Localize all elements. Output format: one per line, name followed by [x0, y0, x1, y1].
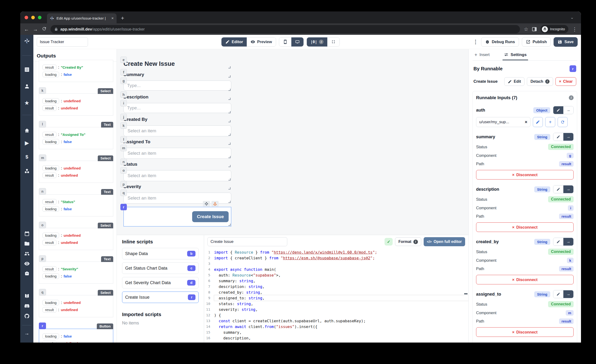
inline-script-item[interactable]: Get Status Chart Datac	[122, 262, 199, 274]
code-line[interactable]: 17 status	[204, 341, 469, 342]
output-values-box[interactable]: result:"Created By"loading:false	[39, 60, 113, 82]
output-values-box[interactable]: loading:undefinedresult:undefined	[39, 93, 113, 116]
resize-handle[interactable]	[228, 187, 231, 190]
component-id-tag[interactable]: l	[39, 121, 46, 127]
sidebar-item-favorites-star-icon[interactable]: ★	[20, 100, 33, 106]
app-canvas[interactable]: eCreate New IssuefSummaryghDescriptionij…	[117, 49, 469, 235]
canvas-component-l[interactable]: lAssigned To	[124, 139, 231, 145]
output-key[interactable]: loading	[42, 206, 59, 212]
inline-script-item[interactable]: Get Severity Chart Datad	[122, 277, 199, 289]
resource-picker[interactable]: u/user/my_sup... ×	[476, 117, 530, 127]
canvas-component-j[interactable]: jCreated By	[124, 117, 231, 123]
text-input[interactable]	[124, 103, 231, 113]
sidebar-item-audit-eye-icon[interactable]	[20, 261, 33, 267]
output-values-box[interactable]: loading:undefinedresult:undefined	[39, 228, 113, 250]
output-key[interactable]: loading	[42, 233, 59, 238]
code-line[interactable]: 13 const client = createClient(auth.supa…	[204, 318, 469, 324]
output-key[interactable]: result	[42, 266, 57, 272]
code-line[interactable]: 10 status: string,	[204, 301, 469, 306]
resize-handle[interactable]	[228, 75, 231, 77]
output-key[interactable]: result	[42, 65, 57, 70]
script-name-input[interactable]	[207, 237, 287, 246]
maximize-window-button[interactable]	[38, 16, 41, 19]
output-values-box[interactable]: result:"Status"loading:false	[39, 194, 113, 216]
sidebar-item-variables-dollar-icon[interactable]: $	[20, 154, 33, 160]
component-id-tag[interactable]: h	[120, 91, 127, 98]
canvas-component-o[interactable]: oSelect an item	[124, 170, 231, 181]
sidebar-item-discord-icon[interactable]	[20, 303, 33, 309]
output-key[interactable]: loading	[42, 72, 59, 77]
tab-search-chevron-icon[interactable]: ⌄	[570, 15, 574, 20]
component-id-tag[interactable]: p	[39, 255, 46, 262]
resize-handle[interactable]	[228, 178, 231, 180]
code-line[interactable]: 3	[204, 261, 469, 267]
canvas-component-i[interactable]: i	[124, 103, 231, 114]
resize-handle[interactable]	[228, 201, 231, 203]
component-id-tag[interactable]: n	[39, 188, 46, 195]
clear-resource-x-icon[interactable]: ×	[525, 119, 527, 125]
minimize-window-button[interactable]	[31, 16, 35, 19]
component-id-tag[interactable]: m	[39, 155, 46, 161]
tab-insert[interactable]: + Insert	[474, 49, 490, 60]
move-handle-icon[interactable]	[203, 201, 210, 207]
close-window-button[interactable]	[25, 16, 28, 19]
sidebar-item-groups-users-icon[interactable]	[20, 251, 33, 256]
window-controls[interactable]	[25, 16, 41, 19]
output-values-box[interactable]: result:"Severity"loading:false	[39, 261, 113, 284]
code-line[interactable]: 15 summary,	[204, 329, 469, 335]
forward-icon[interactable]: →	[33, 27, 38, 32]
format-button[interactable]: Format i	[395, 238, 421, 246]
output-key[interactable]: result	[42, 199, 57, 205]
sidebar-item-workspace[interactable]	[20, 67, 33, 73]
sidebar-item-user[interactable]	[20, 83, 33, 89]
canvas-component-f[interactable]: fSummary	[124, 72, 231, 78]
disconnect-button[interactable]: ×Disconnect	[476, 275, 574, 284]
disconnect-button[interactable]: ×Disconnect	[476, 223, 574, 232]
connect-mode-button[interactable]: →	[563, 133, 573, 141]
canvas-component-e[interactable]: eCreate New Issue	[124, 59, 231, 69]
save-button[interactable]: Save	[554, 37, 578, 47]
output-values-box[interactable]: loading:falseresult:undefined	[39, 329, 113, 342]
detach-button[interactable]: Detach i	[527, 77, 553, 86]
code-line[interactable]: 5 auth: Resource<"supabase">,	[204, 272, 469, 278]
code-line[interactable]: 7 description: string,	[204, 284, 469, 290]
resize-handle[interactable]	[228, 156, 231, 158]
static-mode-button[interactable]	[553, 106, 563, 114]
text-input[interactable]	[124, 81, 231, 91]
new-tab-button[interactable]: +	[121, 15, 124, 22]
inline-script-item[interactable]: Create Issuer	[122, 291, 199, 303]
output-key[interactable]: loading	[42, 300, 59, 305]
canvas-component-r[interactable]: rCreate Issue	[124, 207, 231, 226]
resize-handle[interactable]	[228, 120, 231, 122]
connect-mode-button[interactable]: →	[563, 106, 573, 114]
tab-settings[interactable]: Settings	[504, 49, 527, 60]
output-key[interactable]: loading	[42, 273, 59, 279]
sidebar-item-robot-icon[interactable]	[20, 271, 33, 276]
code-line[interactable]: 8 created_by: string,	[204, 290, 469, 295]
sidebar-item-home-icon[interactable]	[20, 128, 33, 134]
component-id-tag[interactable]: l	[120, 136, 127, 142]
resize-handle[interactable]	[228, 98, 231, 100]
resize-handle[interactable]	[228, 165, 231, 167]
component-id-tag[interactable]: k	[39, 87, 46, 94]
add-resource-button[interactable]: +	[545, 117, 555, 127]
connect-mode-button[interactable]: →	[563, 238, 573, 245]
canvas-component-m[interactable]: mSelect an item	[124, 148, 231, 159]
select-input[interactable]: Select an item	[124, 148, 231, 159]
resize-handle[interactable]	[228, 223, 231, 226]
component-id-tag[interactable]: i	[120, 100, 127, 106]
fullscreen-button[interactable]	[327, 37, 339, 46]
button-container[interactable]: Create Issue	[124, 207, 231, 226]
code-line[interactable]: 4export async function main(	[204, 267, 469, 272]
sidebar-item-resources-cubes-icon[interactable]	[20, 168, 33, 174]
anchor-icon[interactable]	[211, 201, 219, 207]
resize-handle[interactable]	[228, 111, 231, 113]
tab-close-icon[interactable]: ×	[111, 16, 114, 21]
component-id-tag[interactable]: q	[39, 289, 46, 296]
component-id-tag[interactable]: r	[120, 204, 127, 210]
code-line[interactable]: 12) {	[204, 312, 469, 318]
sidebar-item-folders-icon[interactable]	[20, 241, 33, 246]
open-full-editor-button[interactable]: </> Open full editor	[424, 237, 465, 246]
bookmark-star-icon[interactable]: ☆	[524, 27, 528, 32]
component-id-tag[interactable]: n	[120, 158, 127, 165]
